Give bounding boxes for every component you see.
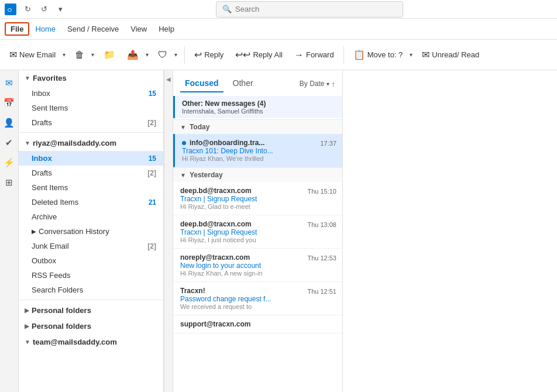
- sidebar-item-sent-fav[interactable]: Sent Items: [19, 101, 163, 115]
- forward-button[interactable]: → Forward: [290, 43, 339, 67]
- new-email-btn-group: ✉ New Email ▾: [5, 43, 68, 67]
- favorites-section[interactable]: ▼ Favorites: [19, 70, 163, 86]
- email-item-1[interactable]: info@onboarding.tra... 17:37 Tracxn 101:…: [173, 134, 342, 167]
- unread-read-button[interactable]: ✉ Unread/ Read: [417, 43, 484, 67]
- email-list: Focused Other By Date ▾ ↑ Other: New mes…: [173, 70, 343, 392]
- unread-icon: ✉: [422, 49, 429, 60]
- sent-riyaz-label: Sent Items: [32, 183, 156, 192]
- filter-arrow: ▾: [326, 81, 329, 87]
- strip-tasks-icon[interactable]: ✔: [1, 135, 18, 151]
- new-email-arrow[interactable]: ▾: [60, 49, 68, 60]
- filter-area: By Date ▾ ↑: [300, 80, 335, 88]
- sync-btn[interactable]: ↻: [21, 3, 34, 16]
- email-item-2[interactable]: deep.bd@tracxn.com Thu 15:10 Tracxn | Si…: [173, 182, 342, 215]
- collapse-sidebar-btn[interactable]: ◀: [164, 70, 173, 392]
- sidebar-item-deleted-riyaz[interactable]: Deleted Items 21: [19, 195, 163, 209]
- personal-2-chevron: ▶: [25, 323, 29, 329]
- yesterday-label: Yesterday: [190, 171, 223, 179]
- filter-by-date-btn[interactable]: By Date ▾: [300, 80, 329, 88]
- sidebar-item-search-riyaz[interactable]: Search Folders: [19, 283, 163, 297]
- favorites-label: Favorites: [33, 74, 67, 82]
- reading-pane: [343, 70, 557, 392]
- svg-text:O: O: [8, 6, 12, 13]
- undo-btn[interactable]: ↺: [37, 3, 50, 16]
- strip-calendar-icon[interactable]: 📅: [1, 95, 18, 111]
- sidebar-item-archive-riyaz[interactable]: Archive: [19, 209, 163, 224]
- move-arrow[interactable]: ▾: [143, 49, 151, 60]
- notif-subtitle: Internshala, Samuel Griffiths: [182, 108, 335, 115]
- sidebar-item-outbox-riyaz[interactable]: Outbox: [19, 253, 163, 268]
- preview-3: Hi Riyaz, I just noticed you: [180, 236, 335, 243]
- sent-fav-label: Sent Items: [32, 104, 156, 112]
- sidebar-item-drafts-riyaz[interactable]: Drafts [2]: [19, 166, 163, 180]
- email-item-3[interactable]: deep.bd@tracxn.com Thu 13:08 Tracxn | Si…: [173, 215, 342, 249]
- sidebar-item-rss-riyaz[interactable]: RSS Feeds: [19, 268, 163, 283]
- time-5: Thu 12:51: [307, 288, 336, 295]
- drafts-riyaz-count: [2]: [147, 169, 156, 177]
- notification-banner[interactable]: Other: New messages (4) Internshala, Sam…: [173, 96, 342, 118]
- personal-folders-2-section[interactable]: ▶ Personal folders: [19, 318, 163, 334]
- sidebar-item-junk-riyaz[interactable]: Junk Email [2]: [19, 239, 163, 253]
- delete-arrow[interactable]: ▾: [89, 49, 97, 60]
- rules-arrow[interactable]: ▾: [172, 49, 180, 60]
- email-scroll-area[interactable]: ▼ Today info@onboarding.tra... 17:37 Tra…: [173, 119, 342, 392]
- sidebar-item-sent-riyaz[interactable]: Sent Items: [19, 180, 163, 195]
- team-account-section[interactable]: ▼ team@mailsdaddy.com: [19, 334, 163, 350]
- sidebar-item-inbox-fav[interactable]: Inbox 15: [19, 86, 163, 101]
- email-item-1-row1: info@onboarding.tra... 17:37: [182, 139, 335, 147]
- move-to-button[interactable]: 📋 Move to: ?: [349, 43, 408, 67]
- new-email-button[interactable]: ✉ New Email: [5, 43, 60, 67]
- sidebar-divider-2: [19, 300, 163, 300]
- archive-button[interactable]: 📁: [99, 43, 120, 67]
- move-button[interactable]: 📤: [122, 43, 143, 67]
- reply-all-button[interactable]: ↩↩ Reply All: [231, 43, 287, 67]
- rules-btn-group: 🛡 ▾: [153, 43, 180, 67]
- deleted-riyaz-label: Deleted Items: [32, 198, 149, 207]
- favorites-chevron: ▼: [25, 75, 30, 81]
- inbox-fav-label: Inbox: [32, 89, 149, 98]
- menu-home[interactable]: Home: [29, 22, 61, 36]
- strip-grid-icon[interactable]: ⊞: [1, 174, 18, 191]
- filter-label: By Date: [300, 80, 325, 88]
- strip-apps-icon[interactable]: ⚡: [1, 154, 18, 171]
- title-bar: O ↻ ↺ ▾ 🔍: [0, 0, 557, 19]
- icon-strip: ✉ 📅 👤 ✔ ⚡ ⊞: [0, 70, 19, 392]
- title-bar-left: O ↻ ↺ ▾: [5, 3, 67, 16]
- personal-folders-1-section[interactable]: ▶ Personal folders: [19, 302, 163, 318]
- rules-button[interactable]: 🛡: [153, 43, 172, 67]
- move-to-arrow[interactable]: ▾: [407, 49, 415, 60]
- tab-focused[interactable]: Focused: [180, 75, 224, 92]
- riyaz-account-section[interactable]: ▼ riyaz@mailsdaddy.com: [19, 135, 163, 151]
- sort-toggle-btn[interactable]: ↑: [332, 80, 336, 88]
- menu-view[interactable]: View: [125, 22, 153, 36]
- menu-send-receive[interactable]: Send / Receive: [61, 22, 125, 36]
- strip-people-icon[interactable]: 👤: [1, 115, 18, 131]
- preview-5: We received a request to: [180, 303, 335, 310]
- email-item-5[interactable]: Tracxn! Thu 12:51 Password change reques…: [173, 282, 342, 315]
- sidebar-item-conv-history[interactable]: ▶ Conversation History: [19, 224, 163, 239]
- email-item-4[interactable]: noreply@tracxn.com Thu 12:53 New login t…: [173, 249, 342, 282]
- reply-button[interactable]: ↩ Reply: [190, 43, 228, 67]
- reply-all-icon: ↩↩: [235, 49, 250, 60]
- delete-button[interactable]: 🗑: [70, 43, 89, 67]
- forward-icon: →: [294, 50, 304, 60]
- strip-mail-icon[interactable]: ✉: [1, 75, 18, 91]
- search-input-wrap[interactable]: 🔍: [216, 1, 403, 18]
- menu-file[interactable]: File: [5, 22, 29, 36]
- email-item-6[interactable]: support@tracxn.com: [173, 315, 342, 333]
- group-today: ▼ Today: [173, 119, 342, 134]
- today-chevron: ▼: [180, 124, 186, 130]
- conv-history-label: Conversation History: [39, 227, 156, 236]
- sender-1: info@onboarding.tra...: [190, 139, 335, 147]
- junk-riyaz-count: [2]: [147, 242, 156, 250]
- sidebar-item-drafts-fav[interactable]: Drafts [2]: [19, 115, 163, 130]
- drafts-riyaz-label: Drafts: [32, 169, 147, 177]
- tab-other[interactable]: Other: [228, 75, 258, 92]
- search-icon: 🔍: [222, 5, 232, 13]
- toolbar-divider-1: [184, 46, 185, 64]
- sidebar-item-inbox-riyaz[interactable]: Inbox 15: [19, 151, 163, 166]
- menu-bar: File Home Send / Receive View Help: [0, 19, 557, 40]
- menu-help[interactable]: Help: [153, 22, 180, 36]
- quick-access-btn[interactable]: ▾: [54, 3, 67, 16]
- search-input[interactable]: [235, 5, 397, 13]
